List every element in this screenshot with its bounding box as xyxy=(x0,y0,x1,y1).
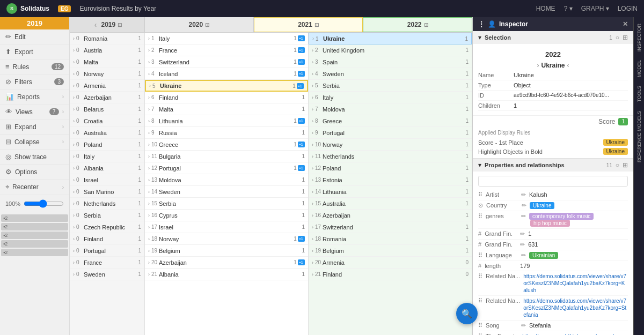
list-item[interactable]: ›0Austria1 xyxy=(70,44,144,56)
list-item[interactable]: ›0Portugal1 xyxy=(70,245,144,257)
list-item[interactable]: ›10Greece1▪1 xyxy=(145,139,308,151)
right-icon-reference[interactable]: REFERENCE MODELS xyxy=(636,109,642,165)
list-item[interactable]: ›17Switzerland1 xyxy=(309,221,472,233)
list-item[interactable]: ›0Armenia1 xyxy=(70,80,144,92)
list-item[interactable]: ›0Finland1 xyxy=(70,233,144,245)
selection-section-header[interactable]: ▾ Selection 1 ○ ⊞ xyxy=(473,31,633,44)
list-item-ukraine-selected[interactable]: › 1 Ukraine 1 xyxy=(309,33,472,44)
list-item[interactable]: ›0Sweden1 xyxy=(70,269,144,280)
edit-song-icon[interactable]: ✏ xyxy=(521,322,526,329)
list-item[interactable]: ›7Moldova1 xyxy=(309,103,472,115)
nav-home[interactable]: HOME xyxy=(536,5,555,12)
list-item[interactable]: ›10Norway1 xyxy=(309,139,472,151)
right-icon-inspector[interactable]: INSPECTOR xyxy=(636,21,642,54)
close-inspector-button[interactable]: ✕ xyxy=(623,20,628,28)
list-item[interactable]: ›14Lithuania1 xyxy=(309,186,472,198)
list-item[interactable]: ›0Malta1 xyxy=(70,56,144,68)
list-item[interactable]: ›21Finland0 xyxy=(309,269,472,280)
list-item[interactable]: ›19Belgium1 xyxy=(145,245,308,257)
list-item[interactable]: ›18Romania1 xyxy=(309,233,472,245)
list-item[interactable]: ›0Romania1 xyxy=(70,33,144,44)
list-item[interactable]: ›12Portugal1▪1 xyxy=(145,162,308,174)
list-item[interactable]: ›16Cyprus1 xyxy=(145,210,308,221)
list-item[interactable]: ›4Sweden1 xyxy=(309,68,472,80)
sidebar-item-collapse[interactable]: ⊟ Collapse › xyxy=(0,135,69,150)
list-item[interactable]: ›20Azerbaijan1▪1 xyxy=(145,257,308,269)
edit-gf2-icon[interactable]: ✏ xyxy=(520,241,525,248)
list-item[interactable]: ›0Serbia1 xyxy=(70,210,144,221)
list-item[interactable]: ›0Albania1 xyxy=(70,162,144,174)
list-item[interactable]: ›17Israel1 xyxy=(145,221,308,233)
prop-eurovision-value[interactable]: https://so-we-must-think.space/greenston… xyxy=(522,333,628,335)
right-icon-model[interactable]: MODEL xyxy=(636,58,642,79)
list-item[interactable]: ›0San Marino1 xyxy=(70,186,144,198)
nav-help[interactable]: ? ▾ xyxy=(564,5,573,12)
sidebar-item-views[interactable]: 👁 Views 7 › xyxy=(0,105,69,120)
edit-genres-icon[interactable]: ✏ xyxy=(521,213,526,220)
list-item[interactable]: ›11Netherlands1 xyxy=(309,151,472,162)
list-item[interactable]: ›8Lithuania1▪1 xyxy=(145,115,308,127)
zoom-slider[interactable] xyxy=(24,199,64,208)
list-item[interactable]: ›0Netherlands1 xyxy=(70,198,144,210)
list-item[interactable]: ›13Estonia1 xyxy=(309,174,472,186)
list-item[interactable]: ›0Poland1 xyxy=(70,139,144,151)
nav-login[interactable]: LOGIN xyxy=(618,5,638,12)
columns-scroll[interactable]: ›0Romania1 ›0Austria1 ›0Malta1 ›0Norway1… xyxy=(70,33,472,335)
list-item[interactable]: ›16Azerbaijan1 xyxy=(309,210,472,221)
sidebar-item-expand[interactable]: ⊞ Expand › xyxy=(0,120,69,135)
list-item[interactable]: ›1Italy1▪1 xyxy=(145,33,308,44)
list-item-greece[interactable]: ›8Greece1 xyxy=(309,115,472,127)
list-item[interactable]: ›0Croatia1 xyxy=(70,115,144,127)
list-item[interactable]: ›12Poland1 xyxy=(309,162,472,174)
list-item[interactable]: ›3Spain1 xyxy=(309,56,472,68)
list-item[interactable]: ›0Israel1 xyxy=(70,174,144,186)
list-item[interactable]: ›0France1 xyxy=(70,257,144,269)
list-item[interactable]: ›19Belgium1 xyxy=(309,245,472,257)
list-item[interactable]: ›0Czech Republic1 xyxy=(70,221,144,233)
list-item[interactable]: ›21Albania1 xyxy=(145,269,308,280)
list-item[interactable]: ›5Serbia1 xyxy=(309,80,472,92)
list-item[interactable]: ›13Moldova1 xyxy=(145,174,308,186)
list-item[interactable]: ›3Switzerland1▪1 xyxy=(145,56,308,68)
sidebar-item-rules[interactable]: ≡ Rules 12 xyxy=(0,59,69,75)
edit-artist-icon[interactable]: ✏ xyxy=(521,191,526,198)
sidebar-item-edit[interactable]: ✏ Edit xyxy=(0,29,69,44)
nav-graph[interactable]: GRAPH ▾ xyxy=(581,5,609,12)
edit-country-icon[interactable]: ✏ xyxy=(522,202,526,209)
list-item[interactable]: ›7Malta1 xyxy=(145,103,308,115)
list-item[interactable]: ›15Serbia1 xyxy=(145,198,308,210)
list-item[interactable]: ›0Belarus1 xyxy=(70,103,144,115)
list-item[interactable]: ›4Iceland1▪1 xyxy=(145,68,308,80)
list-item[interactable]: ›0Italy1 xyxy=(70,151,144,162)
right-icon-tools[interactable]: TOOLS xyxy=(636,84,642,104)
list-item[interactable]: ›20Armenia0 xyxy=(309,257,472,269)
selection-next-chevron[interactable]: ‹ xyxy=(567,62,569,69)
properties-search-input[interactable] xyxy=(478,176,628,187)
sidebar-item-options[interactable]: ⚙ Options xyxy=(0,165,69,180)
list-item[interactable]: ›15Australia1 xyxy=(309,198,472,210)
properties-section-header[interactable]: ▾ Properties and relationships 11 ○ ⊞ xyxy=(473,159,633,172)
list-item[interactable]: ›6Italy1 xyxy=(309,92,472,103)
list-item[interactable]: ›14Sweden1 xyxy=(145,186,308,198)
list-item[interactable]: ›0Norway1 xyxy=(70,68,144,80)
list-item[interactable]: ›9Russia1 xyxy=(145,127,308,139)
sidebar-item-filters[interactable]: ⊘ Filters 3 xyxy=(0,75,69,90)
list-item[interactable]: ›9Portugal1 xyxy=(309,127,472,139)
sidebar-item-showtrace[interactable]: ◎ Show trace xyxy=(0,150,69,165)
list-item-norway[interactable]: ›18Norway1▪1 xyxy=(145,233,308,245)
list-item-uk[interactable]: ›2United Kingdom1 xyxy=(309,44,472,56)
list-item[interactable]: ›0Australia1 xyxy=(70,127,144,139)
three-dots-icon[interactable]: ⋮ xyxy=(478,20,485,28)
prop-related1-value[interactable]: https://demo.solidatus.com/viewer/share/… xyxy=(523,273,628,294)
selection-prev-chevron[interactable]: › xyxy=(537,62,539,69)
list-item-ukraine-2021[interactable]: › 5 Ukraine 1 ▪1 xyxy=(145,80,308,92)
sidebar-item-export[interactable]: ⬆ Export xyxy=(0,44,69,59)
search-fab-button[interactable]: 🔍 xyxy=(456,303,478,324)
sidebar-item-recenter[interactable]: ⌖ Recenter › xyxy=(0,180,69,195)
sidebar-item-reports[interactable]: 📊 Reports › xyxy=(0,90,69,105)
prop-related2-value[interactable]: https://demo.solidatus.com/viewer/share/… xyxy=(523,297,628,318)
list-item[interactable]: ›0Azerbaijan1 xyxy=(70,92,144,103)
prev-chevron[interactable]: ‹ xyxy=(92,20,99,29)
edit-gf1-icon[interactable]: ✏ xyxy=(520,230,525,237)
edit-lang-icon[interactable]: ✏ xyxy=(521,252,526,259)
